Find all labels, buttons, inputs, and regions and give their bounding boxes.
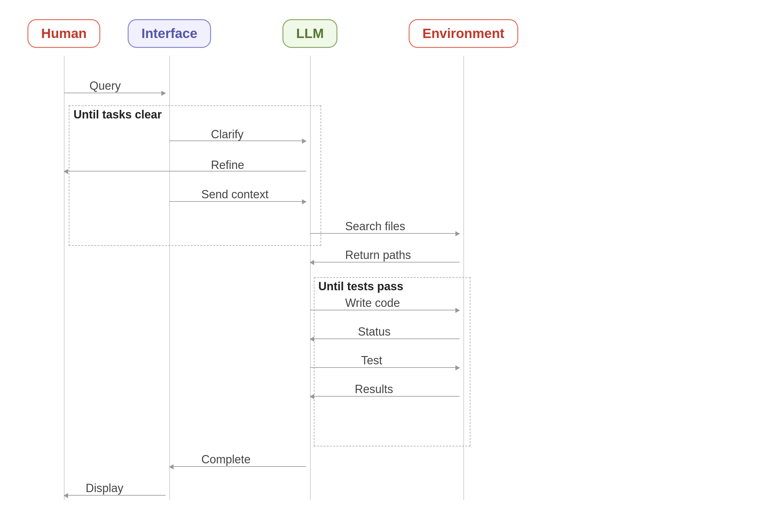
label-refine: Refine xyxy=(211,158,244,172)
loop-tasks-clear-label: Until tasks clear xyxy=(73,108,162,121)
arrow-send-context xyxy=(169,201,306,202)
label-return-paths: Return paths xyxy=(345,248,411,262)
sequence-diagram: Human Interface LLM Environment Query Un… xyxy=(0,0,767,532)
arrow-status xyxy=(310,338,459,339)
label-status: Status xyxy=(358,325,391,338)
arrow-query xyxy=(64,93,165,93)
actor-interface-label: Interface xyxy=(141,26,197,41)
arrow-write-code xyxy=(310,310,459,310)
actor-llm: LLM xyxy=(283,19,338,48)
lifeline-human xyxy=(64,56,64,500)
arrow-display xyxy=(64,495,165,496)
loop-tasks-clear xyxy=(69,105,321,246)
arrow-complete xyxy=(169,466,306,467)
arrow-test xyxy=(310,367,459,368)
label-send-context: Send context xyxy=(201,188,269,201)
loop-tests-pass-label: Until tests pass xyxy=(318,280,403,293)
arrow-results xyxy=(310,396,459,397)
label-results: Results xyxy=(355,383,393,396)
actor-human: Human xyxy=(27,19,100,48)
actor-human-label: Human xyxy=(41,26,87,41)
label-display: Display xyxy=(86,482,123,495)
label-test: Test xyxy=(361,354,382,367)
label-write-code: Write code xyxy=(345,296,400,310)
arrow-search-files xyxy=(310,233,459,234)
actor-llm-label: LLM xyxy=(296,26,324,41)
arrow-refine xyxy=(64,171,306,171)
label-search-files: Search files xyxy=(345,220,405,233)
label-clarify: Clarify xyxy=(211,128,244,141)
arrow-return-paths xyxy=(310,262,459,262)
actor-interface: Interface xyxy=(127,19,211,48)
label-complete: Complete xyxy=(201,453,251,466)
actor-environment-label: Environment xyxy=(422,26,505,41)
actor-environment: Environment xyxy=(409,19,518,48)
label-query: Query xyxy=(89,79,121,93)
